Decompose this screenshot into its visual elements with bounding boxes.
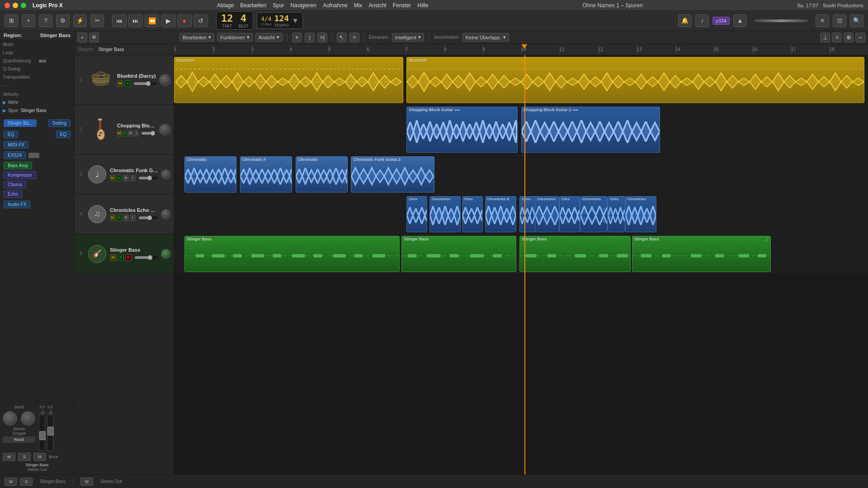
fader1-knob[interactable]: [39, 431, 46, 440]
clip-chronicles-10[interactable]: Chronicles: [625, 196, 656, 232]
pointer-tool-button[interactable]: ↖: [337, 33, 347, 42]
fader-track-2[interactable]: [142, 132, 156, 135]
menu-fenster[interactable]: Fenster: [393, 2, 411, 9]
i-btn-2[interactable]: I: [134, 130, 139, 136]
vol-knob-3[interactable]: [161, 169, 171, 179]
vol-knob-5[interactable]: [161, 249, 171, 259]
fast-forward-button[interactable]: ⏭: [128, 14, 143, 27]
settings-button[interactable]: ⚙: [56, 14, 70, 27]
rewind-button[interactable]: ⏮: [112, 14, 127, 27]
menu-mix[interactable]: Mix: [354, 2, 363, 9]
clip-drummer-1[interactable]: Drummer: [174, 57, 403, 103]
m2-button[interactable]: M: [33, 453, 46, 461]
tool2-button[interactable]: ≈: [349, 33, 359, 42]
menu-help[interactable]: Hilfe: [417, 2, 428, 9]
menu-navigieren[interactable]: Navigieren: [291, 2, 316, 9]
list-button[interactable]: ≡: [816, 14, 829, 27]
bearbeiten-dropdown[interactable]: Bearbeiten ▾: [179, 33, 214, 42]
clip-bass-3[interactable]: Stinger Bass: [519, 236, 631, 272]
clip-chronicles-3[interactable]: Chro: [462, 196, 483, 232]
minimize-button[interactable]: [13, 3, 18, 8]
i-btn-4[interactable]: I: [130, 215, 136, 221]
solo-btn-5[interactable]: S: [118, 254, 124, 261]
solo-btn-4[interactable]: S: [117, 215, 122, 221]
r-btn-5[interactable]: R: [125, 254, 132, 261]
clip-chromatic-2[interactable]: Chromatic F: [240, 156, 292, 192]
new-track-button[interactable]: +: [22, 14, 35, 27]
snap-icon[interactable]: ⌖: [292, 33, 302, 42]
hscroll-button[interactable]: ↔: [855, 33, 865, 42]
ansicht-dropdown[interactable]: Ansicht ▾: [255, 33, 283, 42]
align-button[interactable]: ⊥: [820, 33, 830, 42]
audiofx-btn[interactable]: Audio FX: [4, 201, 30, 208]
scissors-button[interactable]: ✂: [90, 14, 104, 27]
fader-track-1[interactable]: [134, 82, 156, 85]
quantize-icon[interactable]: >|: [317, 33, 327, 42]
stingerbass-btn[interactable]: Stinger Ba...: [4, 119, 37, 127]
i-btn-3[interactable]: I: [130, 175, 136, 181]
lcd-button[interactable]: y334: [712, 17, 730, 25]
m-button[interactable]: M: [3, 453, 15, 461]
solo-btn-3[interactable]: S: [117, 175, 122, 181]
clip-chromatic-3[interactable]: Chromatic: [296, 156, 348, 192]
vol-knob-4[interactable]: [161, 209, 171, 219]
vol-knob-1[interactable]: [159, 74, 171, 86]
mute-btn-1[interactable]: M: [117, 80, 123, 87]
smartcontrols-button[interactable]: ⚡: [73, 14, 87, 27]
zoom-button[interactable]: ⊕: [844, 33, 854, 42]
send-knob[interactable]: [3, 411, 17, 426]
browser-button[interactable]: ⊡: [833, 14, 846, 27]
statusbar-m2-btn[interactable]: M: [80, 478, 93, 486]
fader-track-4[interactable]: [139, 216, 158, 219]
close-button[interactable]: [5, 3, 10, 8]
compressor-btn[interactable]: Kompressor: [4, 171, 36, 179]
metronome-button[interactable]: 🔔: [678, 14, 692, 27]
clip-bass-1[interactable]: Stinger Bass: [184, 236, 400, 272]
fader2-knob[interactable]: [47, 427, 54, 436]
mute-btn-2[interactable]: M: [117, 130, 122, 136]
maximize-button[interactable]: [21, 3, 26, 8]
search-button[interactable]: 🔍: [850, 14, 863, 27]
menu-ablage[interactable]: Ablage: [217, 2, 234, 9]
mute-btn-3[interactable]: M: [110, 175, 115, 181]
settings-track-button[interactable]: ⚙: [89, 33, 99, 42]
mute-btn-5[interactable]: M: [110, 254, 116, 261]
clip-chronicles-7[interactable]: Chro: [559, 196, 580, 232]
midifx-btn[interactable]: MIDI-FX: [4, 141, 28, 149]
tracks-scroll[interactable]: Drummer: [174, 55, 868, 474]
cycle-button[interactable]: ↺: [193, 14, 208, 27]
clip-chronicles-9[interactable]: Chro: [608, 196, 625, 232]
r-btn-3[interactable]: R: [123, 175, 129, 181]
s-button[interactable]: S: [18, 453, 31, 461]
clip-chronicles-4[interactable]: Chronicles E: [485, 196, 516, 232]
clip-drummer-2[interactable]: Drummer: [406, 57, 864, 103]
master-knob[interactable]: [21, 411, 35, 426]
inspector-more-row[interactable]: ▶ Mehr: [0, 98, 74, 106]
clip-chronicles-2[interactable]: Chronicles: [429, 196, 461, 232]
drag-icon[interactable]: ↕: [305, 33, 315, 42]
r-btn-4[interactable]: R: [123, 215, 129, 221]
tuner-button[interactable]: ♪: [695, 14, 709, 27]
einrasten-dropdown[interactable]: Intelligent ▾: [392, 33, 424, 42]
read-btn[interactable]: Read: [3, 436, 35, 443]
setting-btn[interactable]: Setting: [48, 119, 71, 127]
vol-knob-2[interactable]: [159, 124, 171, 136]
bassamp-btn[interactable]: Bass Amp: [4, 162, 32, 169]
fader1-track[interactable]: [39, 415, 45, 451]
chorus-btn[interactable]: Chorus: [4, 181, 26, 188]
inspector-toggle-button[interactable]: ⊞: [5, 14, 18, 27]
eq2-btn[interactable]: EQ: [56, 131, 71, 138]
solo-btn-1[interactable]: S: [124, 80, 130, 87]
tuner2-button[interactable]: ▲: [733, 14, 747, 27]
verschieben-dropdown[interactable]: Keine Überlapp. ▾: [462, 33, 509, 42]
skip-back-button[interactable]: ⏪: [145, 14, 159, 27]
clip-chronicles-6[interactable]: Chronicles: [535, 196, 559, 232]
statusbar-m-btn[interactable]: M: [5, 478, 17, 486]
menu-ansicht[interactable]: Ansicht: [368, 2, 386, 9]
clip-chronicles-1[interactable]: Chro: [406, 196, 427, 232]
snap2-button[interactable]: ⌗: [832, 33, 842, 42]
exs24-btn[interactable]: EXS24: [4, 151, 26, 159]
fader2-track[interactable]: [47, 415, 53, 451]
menu-aufnahme[interactable]: Aufnahme: [323, 2, 348, 9]
solo-btn-2[interactable]: S: [123, 130, 127, 136]
